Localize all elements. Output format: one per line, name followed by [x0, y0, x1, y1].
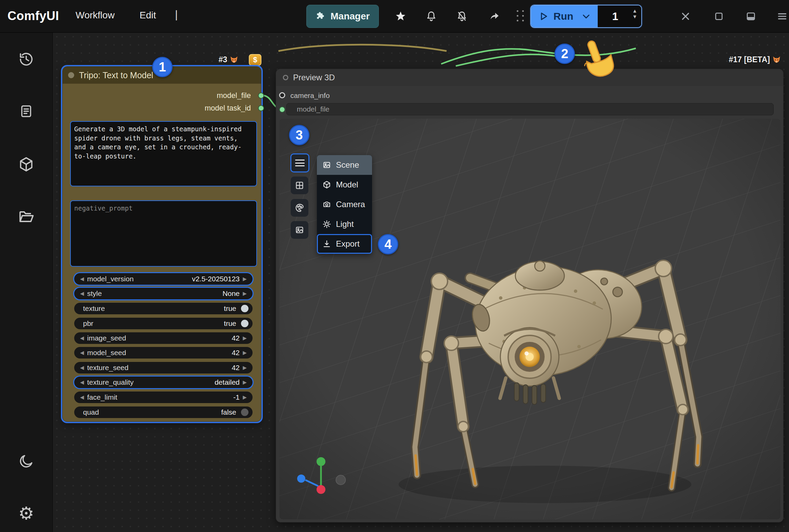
- widget-texture-seed[interactable]: ◀ texture_seed 42 ▶: [74, 362, 253, 373]
- queue-increment-icon[interactable]: ▲: [632, 8, 637, 13]
- node-exec-order-badge: #3: [219, 55, 239, 64]
- play-icon: [538, 11, 549, 21]
- manager-button[interactable]: Manager: [306, 5, 379, 28]
- widget-image-seed[interactable]: ◀ image_seed 42 ▶: [74, 332, 253, 344]
- collapse-dot-icon[interactable]: [68, 72, 74, 78]
- share-icon[interactable]: [487, 10, 501, 23]
- combo-left-arrow-icon[interactable]: ◀: [78, 290, 86, 297]
- queue-count-value: 1: [612, 10, 618, 23]
- step-marker-3: 3: [289, 125, 309, 145]
- menu-item-scene[interactable]: Scene: [317, 155, 372, 175]
- sidebar-workflows-folder-icon[interactable]: [17, 207, 35, 226]
- settings-gear-icon[interactable]: ⚙: [17, 504, 35, 522]
- combo-right-arrow-icon[interactable]: ▶: [241, 350, 248, 356]
- toggle-on-icon[interactable]: [241, 320, 248, 327]
- combo-left-arrow-icon[interactable]: ◀: [78, 276, 86, 282]
- camera-icon: [322, 200, 331, 209]
- preview-3d-viewport[interactable]: Scene Model Camera: [279, 119, 780, 519]
- node-preview-3d[interactable]: Preview 3D camera_info model_file: [276, 69, 784, 522]
- widget-model-seed[interactable]: ◀ model_seed 42 ▶: [74, 347, 253, 359]
- node-title-bar[interactable]: Preview 3D: [276, 69, 783, 86]
- fox-icon: [229, 55, 239, 64]
- queue-count-box[interactable]: 1 ▲ ▼: [598, 5, 641, 27]
- combo-right-arrow-icon[interactable]: ▶: [241, 290, 248, 297]
- combo-right-arrow-icon[interactable]: ▶: [241, 379, 248, 385]
- input-port-camera-info[interactable]: [279, 92, 285, 98]
- hamburger-menu-icon[interactable]: [775, 10, 789, 23]
- input-port-model-file[interactable]: [279, 106, 285, 113]
- node-tripo-text-to-model[interactable]: Tripo: Text to Model model_file model ta…: [62, 66, 261, 422]
- sidebar-node-library-icon[interactable]: [17, 102, 35, 120]
- combo-right-arrow-icon[interactable]: ▶: [241, 365, 248, 371]
- combo-right-arrow-icon[interactable]: ▶: [241, 394, 248, 400]
- run-button-label: Run: [553, 11, 573, 22]
- widget-texture[interactable]: texture true: [74, 303, 253, 314]
- output-label-model-task-id: model task_id: [205, 104, 251, 113]
- widget-quad[interactable]: quad false: [74, 406, 253, 418]
- light-sun-icon: [322, 220, 331, 229]
- model-file-widget[interactable]: model_file: [286, 103, 774, 115]
- viewport-grid-button[interactable]: [291, 177, 308, 194]
- step-marker-1: 1: [152, 57, 173, 77]
- combo-left-arrow-icon[interactable]: ◀: [78, 335, 86, 341]
- widget-pbr[interactable]: pbr true: [74, 318, 253, 329]
- comfyui-app: ComfyUI Workflow Edit | Manager: [0, 0, 789, 532]
- viewport-menu-button[interactable]: [290, 153, 309, 172]
- widget-face-limit[interactable]: ◀ face_limit -1 ▶: [74, 392, 253, 403]
- notification-bell-alt-icon[interactable]: [455, 10, 469, 23]
- menu-item-model[interactable]: Model: [317, 175, 372, 195]
- api-cost-badge: $: [249, 54, 261, 66]
- menu-item-export[interactable]: Export: [317, 234, 372, 254]
- run-options-chevron-icon[interactable]: [581, 12, 591, 21]
- widget-model-version[interactable]: ◀ model_version v2.5-20250123 ▶: [74, 273, 253, 285]
- star-icon[interactable]: [394, 10, 407, 23]
- export-download-icon: [322, 239, 331, 248]
- combo-left-arrow-icon[interactable]: ◀: [78, 394, 86, 400]
- combo-right-arrow-icon[interactable]: ▶: [241, 335, 248, 341]
- model-cube-icon: [322, 180, 331, 189]
- menu-item-light[interactable]: Light: [317, 214, 372, 234]
- menu-edit[interactable]: Edit: [140, 10, 156, 21]
- graph-canvas[interactable]: #3 $ #17 [BETA] Tripo: Text to Model mod…: [53, 33, 789, 532]
- theme-moon-icon[interactable]: [17, 452, 35, 470]
- topbar-separator: |: [175, 8, 178, 21]
- maximize-icon[interactable]: [712, 10, 726, 23]
- toggle-off-icon[interactable]: [241, 409, 248, 416]
- prompt-textarea[interactable]: Generate a 3D model of a steampunk-inspi…: [70, 121, 257, 186]
- sidebar-model-library-icon[interactable]: [17, 155, 35, 173]
- output-port-model-task-id[interactable]: [258, 105, 264, 111]
- run-group: Run 1 ▲ ▼: [530, 5, 642, 28]
- output-port-model-file[interactable]: [258, 93, 264, 99]
- collapse-dot-icon[interactable]: [283, 75, 288, 80]
- beta-node-badge: #17 [BETA]: [729, 55, 781, 64]
- viewport-image-button[interactable]: [291, 221, 308, 239]
- bottom-panel-icon[interactable]: [744, 10, 758, 23]
- close-queue-icon[interactable]: [679, 10, 692, 23]
- combo-left-arrow-icon[interactable]: ◀: [78, 350, 86, 356]
- manager-button-label: Manager: [331, 11, 370, 22]
- viewport-popup-menu: Scene Model Camera: [317, 155, 372, 254]
- fox-icon: [772, 55, 781, 64]
- output-label-model-file: model_file: [217, 91, 251, 100]
- puzzle-icon: [316, 11, 326, 21]
- app-logo: ComfyUI: [7, 9, 59, 23]
- combo-right-arrow-icon[interactable]: ▶: [241, 276, 248, 282]
- notification-bell-icon[interactable]: [424, 10, 438, 23]
- run-button[interactable]: Run: [531, 5, 598, 27]
- pointing-hand-icon: [576, 39, 617, 84]
- scene-image-icon: [322, 161, 331, 169]
- input-label-camera-info: camera_info: [290, 92, 330, 100]
- sidebar: ⚙: [0, 33, 53, 532]
- combo-left-arrow-icon[interactable]: ◀: [78, 365, 86, 371]
- widget-style[interactable]: ◀ style None ▶: [74, 288, 253, 299]
- viewport-palette-button[interactable]: [291, 199, 308, 217]
- queue-decrement-icon[interactable]: ▼: [632, 14, 637, 19]
- negative-prompt-textarea[interactable]: [70, 200, 257, 267]
- drag-handle-icon[interactable]: [517, 10, 526, 22]
- toggle-on-icon[interactable]: [241, 305, 248, 312]
- menu-workflow[interactable]: Workflow: [76, 10, 115, 21]
- menu-item-camera[interactable]: Camera: [317, 195, 372, 214]
- sidebar-history-icon[interactable]: [17, 50, 35, 68]
- widget-texture-quality[interactable]: ◀ texture_quality detailed ▶: [74, 377, 253, 388]
- combo-left-arrow-icon[interactable]: ◀: [78, 379, 86, 385]
